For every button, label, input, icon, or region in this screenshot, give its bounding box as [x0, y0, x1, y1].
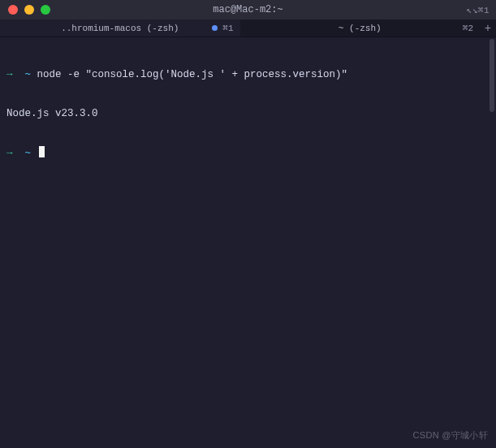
scrollbar-vertical[interactable]	[490, 39, 494, 112]
cursor-icon	[39, 146, 45, 157]
minimize-icon[interactable]	[24, 5, 34, 15]
resize-icon: ↖↘	[467, 6, 478, 15]
titlebar-shortcut-text: ⌘1	[478, 6, 490, 15]
close-icon[interactable]	[8, 5, 18, 15]
terminal-viewport[interactable]: → ~ node -e "console.log('Node.js ' + pr…	[0, 37, 496, 448]
window-title: mac@Mac-m2:~	[213, 4, 283, 15]
terminal-line-output: Node.js v23.3.0	[6, 107, 490, 120]
tab-shortcut: ⌘1	[222, 23, 233, 33]
prompt-arrow-icon: →	[6, 148, 13, 159]
command-text: node -e "console.log('Node.js ' + proces…	[37, 69, 348, 80]
titlebar-shortcut: ↖↘⌘1	[467, 5, 490, 15]
tab-right: ⌘1	[212, 23, 233, 33]
maximize-icon[interactable]	[41, 5, 50, 15]
prompt-path: ~	[25, 69, 32, 80]
watermark-text: CSDN @守城小轩	[413, 429, 488, 442]
prompt-path: ~	[25, 148, 32, 159]
tab-1[interactable]: ..hromium-macos (-zsh) ⌘1	[0, 19, 240, 37]
tab-label: ~ (-zsh)	[339, 24, 382, 33]
titlebar: mac@Mac-m2:~ ↖↘⌘1	[0, 0, 496, 19]
dirty-dot-icon	[212, 25, 218, 31]
tab-2[interactable]: ~ (-zsh) ⌘2	[240, 19, 481, 37]
tab-right: ⌘2	[463, 23, 473, 33]
terminal-line-prompt: → ~	[6, 146, 490, 160]
plus-icon: +	[485, 22, 491, 35]
tab-bar: ..hromium-macos (-zsh) ⌘1 ~ (-zsh) ⌘2 +	[0, 19, 496, 37]
tab-shortcut: ⌘2	[463, 23, 473, 33]
window-controls	[0, 5, 50, 15]
prompt-arrow-icon: →	[6, 69, 13, 80]
terminal-line-input: → ~ node -e "console.log('Node.js ' + pr…	[6, 68, 490, 81]
add-tab-button[interactable]: +	[480, 19, 496, 37]
tab-label: ..hromium-macos (-zsh)	[61, 24, 179, 33]
